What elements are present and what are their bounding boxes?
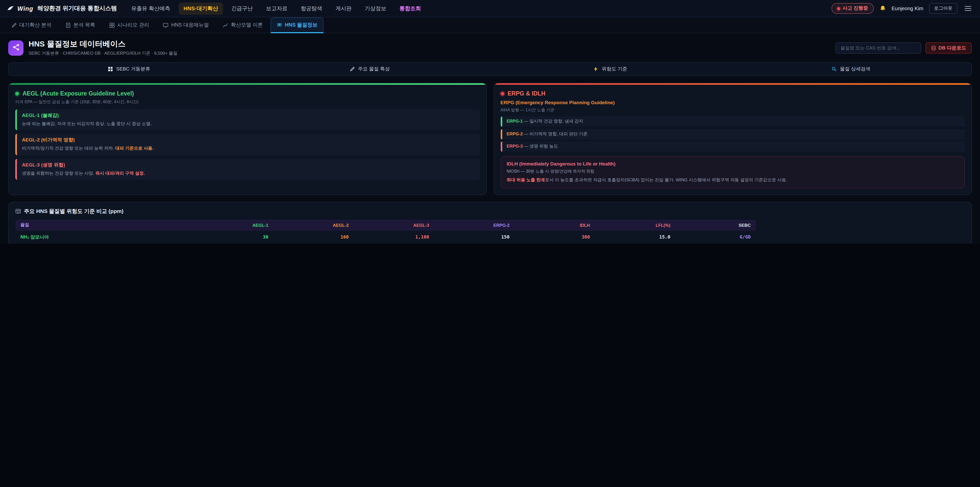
nav-item[interactable]: 항공탐색	[296, 2, 327, 14]
section-nav-label: 물질 상세검색	[840, 66, 870, 72]
table-cell: 300	[515, 231, 595, 244]
main-content: HNS 물질정보 데이터베이스 SEBC 거동분류 · CHRIS/CAMEO …	[0, 33, 980, 244]
brand-logo[interactable]: Wing 해양환경 위기대응 통합시스템	[7, 5, 117, 12]
nav-item[interactable]: 기상정보	[360, 2, 391, 14]
erpg-section-subtitle: AIHA 발행 — 1시간 노출 기준	[501, 107, 965, 113]
section-nav-item[interactable]: 위험도 기준	[490, 63, 731, 76]
table-cell: 15.0	[595, 231, 676, 244]
aegl-level-card: AEGL-2 (비가역적 영향)비가역적/장기적 건강 영향 또는 대피 능력 …	[15, 134, 479, 155]
nav-item[interactable]: 게시판	[330, 2, 356, 14]
aegl-level-desc: 비가역적/장기적 건강 영향 또는 대피 능력 저하. 대피 기준으로 사용.	[22, 145, 474, 152]
column-header: LFL(%)	[595, 220, 676, 231]
erpg-level-row: ERPG-3 — 생명 위험 농도	[501, 142, 965, 152]
idlh-info-box: IDLH (Immediately Dangerous to Life or H…	[501, 156, 965, 188]
info-panels: AEGL (Acute Exposure Guideline Level) 미국…	[8, 83, 972, 195]
wing-logo-icon	[7, 5, 14, 12]
scenario-icon	[109, 22, 115, 28]
molecule-glyph-icon	[12, 43, 20, 53]
aegl-panel: AEGL (Acute Exposure Guideline Level) 미국…	[8, 83, 487, 195]
substance-search-input[interactable]	[835, 42, 921, 54]
db-icon	[931, 45, 936, 51]
tab-item[interactable]: HNS 물질정보	[270, 17, 324, 33]
table-title: 주요 HNS 물질별 위험도 기준 비교 (ppm)	[24, 208, 124, 215]
aegl-level-list: AEGL-1 (불쾌감)눈에 띄는 불쾌감, 자극 또는 비감각적 증상. 노출…	[15, 109, 479, 180]
grid-icon	[108, 67, 113, 72]
column-header: ERPG-2	[434, 220, 514, 231]
table-icon	[15, 209, 21, 214]
aegl-level-card: AEGL-3 (생명 위협)생명을 위협하는 건강 영향 또는 사망. 즉시 대…	[15, 158, 479, 180]
erpg-level-row: ERPG-2 — 비가역적 영향, 대피 판단 기준	[501, 129, 965, 139]
nav-item[interactable]: 유출유 확산예측	[126, 2, 175, 14]
page-subtitle: SEBC 거동분류 · CHRIS/CAMEO DB · AEGL/ERPG/I…	[29, 51, 177, 57]
column-header: AEGL-3	[354, 220, 434, 231]
top-navbar: Wing 해양환경 위기대응 통합시스템 유출유 확산예측HNS·대기확산긴급구…	[0, 0, 980, 18]
comparison-table: 물질AEGL-1AEGL-2AEGL-3ERPG-2IDLHLFL(%)SEBC…	[15, 220, 756, 244]
aegl-panel-subtitle: 미국 EPA — 일반인 급성 노출 기준 (10분, 30분, 60분, 4시…	[15, 99, 479, 105]
erpg-level-row: ERPG-1 — 일시적 건강 영향, 냄새 감지	[501, 117, 965, 127]
status-dot-icon	[837, 7, 840, 10]
menu-icon[interactable]	[963, 4, 973, 13]
table-cell: 1,100	[354, 231, 434, 244]
aegl-panel-title-row: AEGL (Acute Exposure Guideline Level)	[15, 90, 479, 97]
table-cell: 150	[434, 231, 514, 244]
aegl-level-desc: 생명을 위협하는 건강 영향 또는 사망. 즉시 대피/격리 구역 설정.	[22, 170, 474, 176]
incident-label: 사고 진행중	[842, 5, 868, 12]
erpg-panel-title-row: ERPG & IDLH	[501, 90, 965, 97]
search-icon	[832, 67, 837, 72]
pencil-icon	[11, 22, 17, 28]
page-title: HNS 물질정보 데이터베이스	[29, 39, 177, 49]
section-nav-item[interactable]: SEBC 거동분류	[9, 63, 249, 76]
aegl-level-name: AEGL-2 (비가역적 영향)	[22, 137, 474, 144]
notification-bell-icon[interactable]	[879, 5, 886, 12]
model-icon	[223, 22, 228, 28]
incident-status-badge[interactable]: 사고 진행중	[831, 3, 873, 14]
sub-tabbar: 대기확산 분석분석 목록시나리오 관리HNS 대응매뉴얼확산모델 이론HNS 물…	[0, 18, 980, 33]
erpg-level-list: ERPG-1 — 일시적 건강 영향, 냄새 감지ERPG-2 — 비가역적 영…	[501, 117, 965, 152]
tab-item[interactable]: 대기확산 분석	[5, 17, 58, 33]
table-cell: 160	[273, 231, 354, 244]
logout-button[interactable]: 로그아웃	[929, 3, 958, 14]
column-header: 물질	[15, 220, 193, 231]
nav-item[interactable]: HNS·대기확산	[178, 2, 223, 14]
tab-item[interactable]: 확산모델 이론	[217, 17, 269, 33]
table-header-row: 물질AEGL-1AEGL-2AEGL-3ERPG-2IDLHLFL(%)SEBC	[15, 220, 756, 231]
tab-label: HNS 대응매뉴얼	[171, 21, 209, 29]
comparison-table-card: 주요 HNS 물질별 위험도 기준 비교 (ppm) 물질AEGL-1AEGL-…	[8, 202, 972, 244]
page-header-left: HNS 물질정보 데이터베이스 SEBC 거동분류 · CHRIS/CAMEO …	[8, 39, 177, 57]
idlh-title: IDLH (Immediately Dangerous to Life or H…	[507, 161, 959, 166]
tab-label: 확산모델 이론	[231, 21, 263, 29]
tab-item[interactable]: 시나리오 관리	[103, 17, 156, 33]
aegl-level-name: AEGL-1 (불쾌감)	[22, 112, 474, 119]
table-row: NH₃ 암모니아301601,10015030015.0G/GD	[15, 231, 756, 244]
aegl-panel-title: AEGL (Acute Exposure Guideline Level)	[22, 90, 134, 97]
navbar-right: 사고 진행중 Eunjeong Kim 로그아웃	[831, 3, 973, 14]
section-nav-label: SEBC 거동분류	[116, 66, 150, 72]
tab-item[interactable]: 분석 목록	[59, 17, 102, 33]
tab-item[interactable]: HNS 대응매뉴얼	[157, 17, 215, 33]
aegl-level-card: AEGL-1 (불쾌감)눈에 띄는 불쾌감, 자극 또는 비감각적 증상. 노출…	[15, 109, 479, 131]
substance-icon	[277, 22, 282, 27]
manual-icon	[163, 22, 169, 28]
nav-item[interactable]: 긴급구난	[226, 2, 258, 14]
erpg-section-title: ERPG (Emergency Response Planning Guidel…	[501, 100, 965, 105]
db-download-button[interactable]: DB 다운로드	[925, 42, 972, 54]
page-header-right: DB 다운로드	[835, 42, 972, 54]
table-cell: 30	[193, 231, 273, 244]
tab-label: 시나리오 관리	[117, 21, 149, 29]
erpg-idlh-panel: ERPG & IDLH ERPG (Emergency Response Pla…	[493, 83, 972, 195]
table-cell: G/GD	[676, 231, 756, 244]
red-dot-icon	[501, 92, 504, 95]
nav-item[interactable]: 보고자료	[261, 2, 293, 14]
idlh-description-text: 로서 이 농도를 초과하면 자급식 호흡장치(SCBA) 없이는 진입 불가. …	[545, 177, 787, 182]
section-nav-label: 주요 물질 특성	[358, 66, 390, 72]
green-dot-icon	[15, 92, 19, 95]
section-nav-label: 위험도 기준	[602, 66, 627, 72]
column-header: IDLH	[515, 220, 595, 231]
bolt-icon	[593, 67, 599, 72]
user-name: Eunjeong Kim	[891, 6, 923, 11]
idlh-highlight: 최대 허용 노출 한계	[507, 177, 545, 182]
section-nav-item[interactable]: 주요 물질 특성	[249, 63, 490, 76]
section-nav-item[interactable]: 물질 상세검색	[731, 63, 971, 76]
column-header: AEGL-1	[193, 220, 273, 231]
nav-item[interactable]: 통합조회	[394, 2, 426, 14]
